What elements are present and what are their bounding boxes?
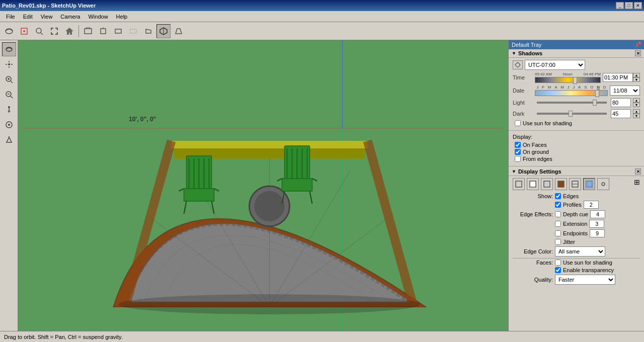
light-up[interactable]: ▲ (633, 98, 640, 103)
edge-color-label: Edge Color: (513, 248, 553, 254)
extension-value[interactable]: 3 (589, 220, 604, 228)
shadows-close[interactable]: ✕ (635, 50, 641, 56)
wireframe-btn[interactable] (513, 178, 525, 190)
date-slider-container[interactable]: J F M A M J J A S O N D (535, 85, 608, 96)
walk-tool-btn[interactable] (2, 103, 16, 117)
dark-thumb[interactable] (569, 111, 573, 117)
light-input[interactable]: 80 (611, 98, 631, 107)
time-down[interactable]: ▼ (633, 77, 640, 82)
menu-file[interactable]: File (2, 13, 19, 21)
light-slider[interactable] (537, 102, 607, 104)
timezone-select[interactable]: UTC-07:00 (525, 60, 585, 70)
time-up[interactable]: ▲ (633, 73, 640, 77)
time-slider-thumb[interactable] (573, 77, 577, 84)
dark-input[interactable]: 45 (611, 109, 631, 118)
svg-rect-68 (544, 181, 550, 187)
use-sun-checkbox[interactable] (515, 120, 521, 126)
quality-select[interactable]: Faster Nicer (555, 275, 615, 285)
viewport[interactable]: 10', 0", 0" (18, 40, 508, 331)
minimize-button[interactable]: _ (616, 2, 624, 9)
on-faces-checkbox[interactable] (515, 142, 521, 148)
close-button[interactable]: ✕ (634, 2, 642, 9)
menu-window[interactable]: Window (84, 13, 112, 21)
zoom-tool-btn[interactable] (2, 72, 16, 87)
toolbar-pan[interactable] (17, 24, 31, 38)
toolbar-home[interactable] (62, 24, 76, 38)
maximize-button[interactable]: □ (625, 2, 633, 9)
monochrome-btn[interactable] (569, 178, 581, 190)
dark-slider[interactable] (537, 113, 607, 115)
endpoints-checkbox[interactable] (555, 230, 561, 236)
toolbar-front-view[interactable] (111, 24, 125, 38)
pan-tool-btn[interactable] (2, 57, 16, 71)
toolbar-orbit[interactable] (2, 24, 16, 38)
date-slider-thumb[interactable] (595, 90, 599, 97)
dark-up[interactable]: ▲ (633, 109, 640, 114)
svg-point-73 (602, 183, 605, 186)
depth-cue-checkbox[interactable] (555, 211, 561, 217)
extension-checkbox[interactable] (555, 221, 561, 227)
toolbar-top-view[interactable] (96, 24, 110, 38)
x-ray-btn[interactable] (583, 178, 595, 190)
light-thumb[interactable] (593, 100, 597, 106)
toolbar-zoom[interactable] (32, 24, 46, 38)
display-settings-close[interactable]: ✕ (635, 168, 641, 175)
menu-help[interactable]: Help (112, 13, 132, 21)
pin-button[interactable]: 📌 (635, 42, 641, 48)
month-m1: M (548, 85, 551, 90)
edge-color-select[interactable]: All same By material By axis (555, 246, 605, 256)
on-ground-checkbox[interactable] (515, 149, 521, 155)
light-label: Light (513, 100, 533, 106)
time-input[interactable] (603, 73, 633, 82)
right-panel: Default Tray 📌 ▼ Shadows ✕ UTC-07:00 (508, 40, 644, 331)
ds-expand-btn[interactable]: ⊞ (634, 178, 640, 190)
toolbar-right-view[interactable] (141, 24, 155, 38)
svg-point-2 (23, 30, 25, 32)
toolbar-back-view[interactable] (126, 24, 140, 38)
toolbar-zoom-window[interactable] (81, 24, 95, 38)
svg-point-23 (8, 124, 10, 126)
tray-title: Default Tray (512, 42, 541, 48)
look-around-tool-btn[interactable] (2, 118, 16, 132)
shadows-section-header[interactable]: ▼ Shadows ✕ (509, 49, 644, 58)
month-j1: J (536, 85, 538, 90)
profiles-checkbox[interactable] (555, 202, 561, 208)
month-j3: J (573, 85, 575, 90)
month-a1: A (554, 85, 557, 90)
menu-edit[interactable]: Edit (19, 13, 37, 21)
jitter-checkbox[interactable] (555, 239, 561, 245)
settings-icon-btn[interactable] (597, 178, 609, 190)
zoom-window-tool-btn[interactable] (2, 88, 16, 102)
light-down[interactable]: ▼ (633, 103, 640, 107)
light-row: Light 80 ▲ ▼ (513, 98, 640, 107)
toolbar-perspective[interactable] (172, 24, 186, 38)
toolbar-iso-view[interactable] (156, 24, 171, 38)
dark-down[interactable]: ▼ (633, 114, 640, 118)
svg-marker-10 (146, 29, 151, 33)
menu-view[interactable]: View (37, 13, 57, 21)
orbit-tool-btn[interactable] (2, 42, 16, 56)
display-settings-section-header[interactable]: ▼ Display Settings ✕ (509, 167, 644, 176)
profiles-value[interactable]: 2 (584, 201, 599, 209)
edges-checkbox[interactable] (555, 193, 561, 199)
shadows-arrow: ▼ (512, 51, 516, 56)
edges-label: Edges (563, 193, 579, 199)
hidden-line-btn[interactable] (527, 178, 539, 190)
shaded-btn[interactable] (541, 178, 553, 190)
dark-spinner: ▲ ▼ (633, 109, 640, 118)
date-select[interactable]: 11/08 (610, 86, 640, 96)
time-slider-container[interactable]: 05:42 AM Noon 04:46 PM (535, 72, 601, 83)
faces-sun-label: Use sun for shading (563, 260, 612, 266)
extension-row: Extension 3 (513, 220, 640, 228)
shaded-textured-btn[interactable] (555, 178, 567, 190)
svg-point-13 (8, 63, 10, 65)
from-edges-checkbox[interactable] (515, 156, 521, 162)
depth-cue-value[interactable]: 4 (590, 210, 605, 218)
position-camera-tool-btn[interactable] (2, 133, 16, 147)
menu-camera[interactable]: Camera (56, 13, 84, 21)
transparency-checkbox[interactable] (555, 267, 561, 273)
transparency-label: Enable transparency (563, 267, 614, 273)
toolbar-zoom-extents[interactable] (47, 24, 61, 38)
faces-sun-checkbox[interactable] (555, 260, 561, 266)
endpoints-value[interactable]: 9 (590, 229, 605, 237)
